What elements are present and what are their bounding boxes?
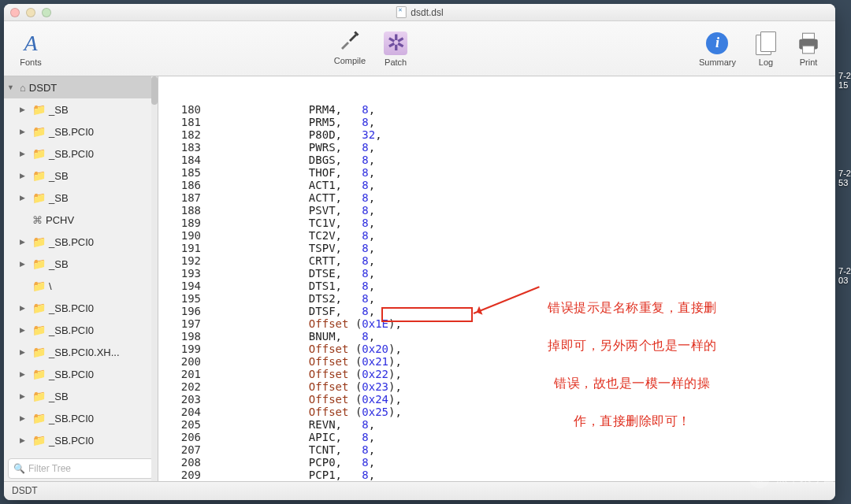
disclosure-icon[interactable]: ▶ [20,172,29,180]
close-button[interactable] [10,8,20,17]
code-line[interactable]: 183 PWRS, 8, [158,141,835,154]
tree-label: _SB [49,192,69,204]
disclosure-icon[interactable]: ▼ [7,83,17,91]
code-line[interactable]: 199 Offset (0x20), [158,343,835,355]
fonts-button[interactable]: A Fonts [18,31,43,67]
titlebar: dsdt.dsl [4,4,835,21]
filter-input[interactable]: 🔍 Filter Tree [8,458,154,479]
app-window: dsdt.dsl A Fonts Compile ✲ Patch i [4,4,835,500]
tree-item[interactable]: ▶📁_SB.PCI0.XH... [4,341,158,363]
toolbar: A Fonts Compile ✲ Patch i Summary [4,21,835,76]
folder-icon: 📁 [32,169,46,182]
tree-item[interactable]: ▶📁_SB.PCI0 [4,231,158,253]
code-line[interactable]: 193 DTSE, 8, [158,267,835,280]
status-text: DSDT [12,485,38,496]
tree-item[interactable]: ▶📁_SB.PCI0 [4,363,158,385]
fonts-icon: A [18,31,43,56]
traffic-lights [10,8,51,17]
tree-item[interactable]: ▶📁_SB.PCI0 [4,407,158,429]
code-line[interactable]: 207 TCNT, 8, [158,443,835,456]
disclosure-icon[interactable]: ▶ [20,436,29,444]
code-line[interactable]: 182 P80D, 32, [158,128,835,141]
code-line[interactable]: 196 DTSF, 8, [158,305,835,317]
tree-root[interactable]: ▼ ⌂ DSDT [4,76,158,98]
tree-item[interactable]: ▶📁_SB.PCI0 [4,429,158,451]
code-line[interactable]: 201 Offset (0x22), [158,368,835,380]
disclosure-icon[interactable]: ▶ [20,106,29,113]
patch-button[interactable]: ✲ Patch [383,31,408,67]
code-line[interactable]: 191 TSPV, 8, [158,242,835,254]
disclosure-icon[interactable]: ▶ [20,150,29,158]
disclosure-icon[interactable]: ▶ [20,348,29,356]
disclosure-icon[interactable]: ▶ [20,128,29,135]
code-line[interactable]: 184 DBGS, 8, [158,154,835,166]
code-line[interactable]: 203 Offset (0x24), [158,393,835,406]
compile-button[interactable]: Compile [334,31,366,65]
tree-item[interactable]: ▶📁_SB [4,253,158,275]
disclosure-icon[interactable]: ▶ [20,370,29,378]
sidebar-scrollbar[interactable] [151,76,158,481]
log-button[interactable]: Log [753,31,779,67]
tree-item[interactable]: ▶📁_SB.PCI0 [4,143,158,165]
folder-icon: 📁 [32,390,46,402]
tree-label: DSDT [29,82,57,94]
code-line[interactable]: 180 PRM4, 8, [158,103,835,116]
tree-item[interactable]: 📁\ [4,275,158,297]
tree-item[interactable]: ▶📁_SB [4,165,158,187]
tree-item[interactable]: ⌘PCHV [4,209,158,231]
code-line[interactable]: 188 PSVT, 8, [158,204,835,217]
folder-icon: 📁 [32,235,46,248]
code-line[interactable]: 185 THOF, 8, [158,166,835,179]
patch-icon: ✲ [383,31,408,56]
code-line[interactable]: 190 TC2V, 8, [158,229,835,242]
code-line[interactable]: 181 PRM5, 8, [158,116,835,128]
code-editor[interactable]: 180 PRM4, 8,181 PRM5, 8,182 P80D, 32,183… [158,76,835,481]
code-line[interactable]: 198 BNUM, 8, [158,330,835,343]
filter-placeholder: Filter Tree [28,463,71,474]
code-line[interactable]: 208 PCP0, 8, [158,456,835,469]
code-line[interactable]: 189 TC1V, 8, [158,217,835,229]
disclosure-icon[interactable]: ▶ [20,304,29,312]
code-line[interactable]: 192 CRTT, 8, [158,254,835,267]
code-line[interactable]: 204 Offset (0x25), [158,406,835,418]
tree-item[interactable]: ▶📁_SB.PCI0 [4,297,158,319]
code-line[interactable]: 206 APIC, 8, [158,431,835,443]
tree-label: _SB.PCI0.XH... [49,346,120,358]
tree-item[interactable]: ▶📁_SB.PCI0 [4,120,158,143]
print-icon [796,31,821,56]
disclosure-icon[interactable]: ▶ [20,238,29,246]
folder-icon: 📁 [32,191,46,204]
home-icon: ⌂ [20,82,26,94]
tree-label: _SB.PCI0 [49,369,94,380]
code-line[interactable]: 194 DTS1, 8, [158,280,835,292]
code-line[interactable]: 200 Offset (0x21), [158,355,835,368]
tree-label: _SB.PCI0 [49,413,94,424]
maximize-button[interactable] [42,8,51,17]
code-line[interactable]: 209 PCP1, 8, [158,469,835,481]
code-line[interactable]: 187 ACTT, 8, [158,191,835,204]
tree-label: _SB.PCI0 [49,126,94,138]
summary-button[interactable]: i Summary [699,31,736,67]
code-line[interactable]: 205 REVN, 8, [158,418,835,431]
tree-item[interactable]: ▶📁_SB [4,187,158,209]
tree[interactable]: ▼ ⌂ DSDT ▶📁_SB▶📁_SB.PCI0▶📁_SB.PCI0▶📁_SB▶… [4,76,158,456]
tree-label: _SB.PCI0 [49,302,94,314]
code-line[interactable]: 202 Offset (0x23), [158,380,835,393]
code-line[interactable]: 186 ACT1, 8, [158,179,835,191]
disclosure-icon[interactable]: ▶ [20,326,29,334]
document-icon [396,6,406,18]
print-button[interactable]: Print [796,31,821,67]
tree-item[interactable]: ▶📁_SB [4,98,158,120]
minimize-button[interactable] [26,8,35,17]
command-icon: ⌘ [32,214,43,226]
disclosure-icon[interactable]: ▶ [20,260,29,268]
disclosure-icon[interactable]: ▶ [20,194,29,202]
folder-icon: 📁 [32,280,46,292]
code-line[interactable]: 195 DTS2, 8, [158,292,835,305]
disclosure-icon[interactable]: ▶ [20,392,29,400]
disclosure-icon[interactable]: ▶ [20,414,29,422]
window-title: dsdt.dsl [396,6,443,18]
tree-item[interactable]: ▶📁_SB.PCI0 [4,319,158,341]
tree-item[interactable]: ▶📁_SB [4,385,158,407]
code-line[interactable]: 197 Offset (0x1E), [158,317,835,330]
